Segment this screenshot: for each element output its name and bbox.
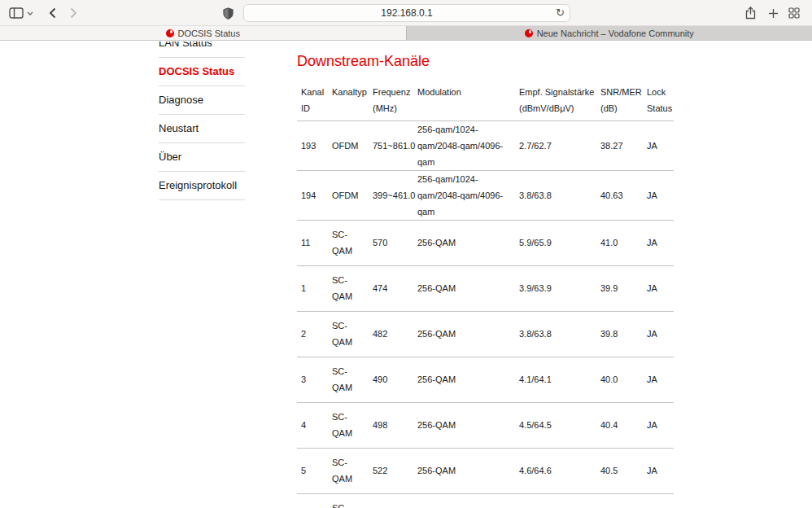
cell-modulation: 256-QAM <box>413 357 515 402</box>
tab-bar: DOCSIS Status Neue Nachricht – Vodafone … <box>0 26 812 41</box>
table-row: 5 SC-QAM 522 256-QAM 4.6/64.6 40.5 JA <box>297 448 674 493</box>
tab-label: DOCSIS Status <box>178 28 240 38</box>
cell-kanaltyp: SC-QAM <box>328 402 369 448</box>
cell-snr-mer: 39.9 <box>596 265 643 311</box>
cell-snr-mer: 40.63 <box>596 170 643 220</box>
shield-icon <box>223 7 234 20</box>
tab-overview-button[interactable] <box>784 3 804 23</box>
cell-kanal-id: 5 <box>297 448 328 493</box>
cell-lock-status: JA <box>643 120 674 170</box>
cell-lock-status: JA <box>643 170 674 220</box>
vodafone-favicon-icon <box>166 29 174 37</box>
cell-signal: 4.1/64.1 <box>515 357 596 402</box>
cell-kanal-id: 193 <box>297 120 328 170</box>
tab-vodafone-community[interactable]: Neue Nachricht – Vodafone Community <box>406 26 812 40</box>
page-content: LAN Status DOCSIS Status Diagnose Neusta… <box>0 42 812 508</box>
sidebar-icon <box>9 7 24 19</box>
cell-kanal-id: 3 <box>297 357 328 402</box>
share-button[interactable] <box>740 3 760 23</box>
forward-icon <box>70 7 77 19</box>
main-panel: Downstream-Kanäle Kanal ID Kanaltyp Freq… <box>297 42 674 508</box>
new-tab-button[interactable] <box>763 3 783 23</box>
column-header-frequenz: Frequenz (MHz) <box>369 78 413 120</box>
privacy-report-button[interactable] <box>218 3 238 23</box>
cell-signal: 4.6/64.6 <box>515 448 596 493</box>
cell-modulation: 256-QAM <box>413 311 515 357</box>
cell-kanaltyp: SC-QAM <box>328 265 369 311</box>
cell-signal: 4.5/64.5 <box>515 402 596 448</box>
cell-kanal-id: 6 <box>297 493 328 508</box>
table-body: 193 OFDM 751~861.0 256-qam/1024-qam/2048… <box>297 120 674 508</box>
chevron-down-icon <box>27 11 33 15</box>
sidebar-item-lan-status[interactable]: LAN Status <box>159 42 245 58</box>
table-header-row: Kanal ID Kanaltyp Frequenz (MHz) Modulat… <box>297 78 674 120</box>
cell-kanaltyp: SC-QAM <box>328 311 369 357</box>
cell-snr-mer: 41.0 <box>596 220 643 265</box>
cell-kanal-id: 1 <box>297 265 328 311</box>
sidebar-item-neustart[interactable]: Neustart <box>159 115 245 143</box>
table-row: 6 SC-QAM 530 256-QAM 4.7/64.7 40.5 JA <box>297 493 674 508</box>
cell-lock-status: JA <box>643 357 674 402</box>
column-header-snr-mer: SNR/MER (dB) <box>596 78 643 120</box>
cell-frequenz: 490 <box>369 357 413 402</box>
cell-signal: 5.9/65.9 <box>515 220 596 265</box>
share-icon <box>745 7 756 20</box>
cell-kanal-id: 194 <box>297 170 328 220</box>
cell-kanaltyp: SC-QAM <box>328 493 369 508</box>
cell-lock-status: JA <box>643 311 674 357</box>
cell-snr-mer: 40.4 <box>596 402 643 448</box>
sidebar-toggle-button[interactable] <box>7 3 26 23</box>
cell-frequenz: 570 <box>369 220 413 265</box>
table-row: 11 SC-QAM 570 256-QAM 5.9/65.9 41.0 JA <box>297 220 674 265</box>
url-field[interactable]: 192.168.0.1 ↻ <box>243 4 570 22</box>
tab-docsis-status[interactable]: DOCSIS Status <box>0 26 406 40</box>
reload-icon[interactable]: ↻ <box>556 7 565 19</box>
sidebar-item-diagnose[interactable]: Diagnose <box>159 86 245 115</box>
cell-frequenz: 498 <box>369 402 413 448</box>
cell-modulation: 256-qam/1024-qam/2048-qam/4096-qam <box>413 120 515 170</box>
sidebar-item-ueber[interactable]: Über <box>159 143 245 172</box>
cell-signal: 3.9/63.9 <box>515 265 596 311</box>
forward-button[interactable] <box>63 3 83 23</box>
tab-label: Neue Nachricht – Vodafone Community <box>537 28 694 38</box>
cell-kanaltyp: OFDM <box>328 170 369 220</box>
cell-kanaltyp: OFDM <box>328 120 369 170</box>
cell-kanal-id: 2 <box>297 311 328 357</box>
table-row: 4 SC-QAM 498 256-QAM 4.5/64.5 40.4 JA <box>297 402 674 448</box>
cell-kanaltyp: SC-QAM <box>328 357 369 402</box>
page-title: Downstream-Kanäle <box>297 52 674 70</box>
safari-window: 192.168.0.1 ↻ <box>0 0 812 508</box>
cell-modulation: 256-QAM <box>413 402 515 448</box>
cell-frequenz: 482 <box>369 311 413 357</box>
sidebar-item-docsis-status[interactable]: DOCSIS Status <box>159 58 245 86</box>
column-header-modulation: Modulation <box>413 78 515 120</box>
table-row: 3 SC-QAM 490 256-QAM 4.1/64.1 40.0 JA <box>297 357 674 402</box>
sidebar-item-ereignisprotokoll[interactable]: Ereignisprotokoll <box>159 172 245 200</box>
cell-kanal-id: 4 <box>297 402 328 448</box>
cell-modulation: 256-QAM <box>413 493 515 508</box>
table-header: Kanal ID Kanaltyp Frequenz (MHz) Modulat… <box>297 78 674 120</box>
cell-kanaltyp: SC-QAM <box>328 448 369 493</box>
cell-kanal-id: 11 <box>297 220 328 265</box>
cell-frequenz: 399~461.0 <box>369 170 413 220</box>
cell-snr-mer: 38.27 <box>596 120 643 170</box>
cell-lock-status: JA <box>643 265 674 311</box>
column-header-lock-status: Lock Status <box>643 78 674 120</box>
sidebar-nav: LAN Status DOCSIS Status Diagnose Neusta… <box>159 42 245 200</box>
cell-kanaltyp: SC-QAM <box>328 220 369 265</box>
sidebar-chevron-button[interactable] <box>24 3 36 23</box>
cell-signal: 3.8/63.8 <box>515 170 596 220</box>
cell-frequenz: 530 <box>369 493 413 508</box>
cell-lock-status: JA <box>643 220 674 265</box>
cell-signal: 2.7/62.7 <box>515 120 596 170</box>
column-header-kanaltyp: Kanaltyp <box>328 78 369 120</box>
plus-icon <box>768 8 779 19</box>
table-row: 193 OFDM 751~861.0 256-qam/1024-qam/2048… <box>297 120 674 170</box>
table-row: 2 SC-QAM 482 256-QAM 3.8/63.8 39.8 JA <box>297 311 674 357</box>
tab-overview-icon <box>788 7 800 19</box>
cell-modulation: 256-QAM <box>413 265 515 311</box>
cell-snr-mer: 40.0 <box>596 357 643 402</box>
cell-frequenz: 751~861.0 <box>369 120 413 170</box>
url-text: 192.168.0.1 <box>381 7 432 19</box>
back-button[interactable] <box>42 3 62 23</box>
